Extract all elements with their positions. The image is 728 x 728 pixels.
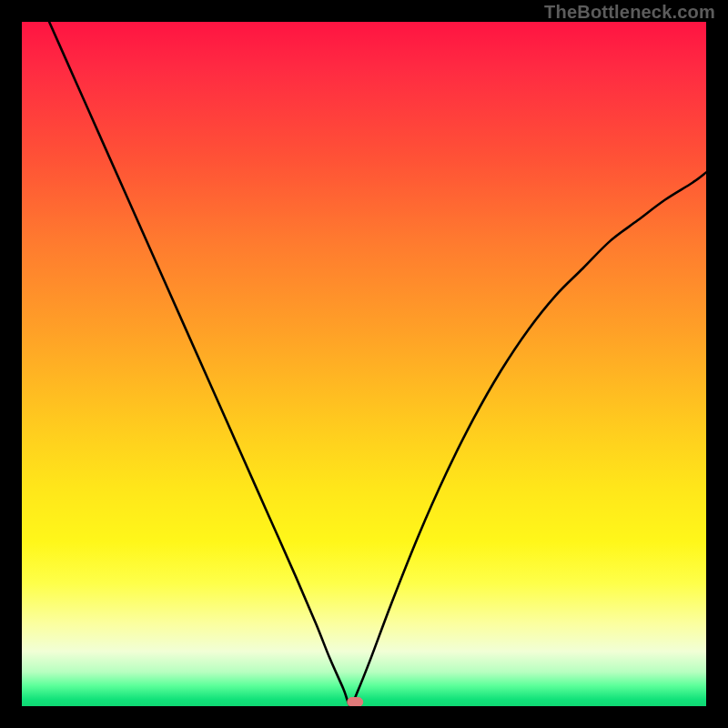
plot-area <box>22 22 706 706</box>
minimum-marker <box>348 697 363 706</box>
watermark-text: TheBottleneck.com <box>544 2 715 23</box>
bottleneck-curve <box>49 22 706 706</box>
chart-frame: TheBottleneck.com <box>0 0 728 728</box>
curve-svg <box>22 22 706 706</box>
